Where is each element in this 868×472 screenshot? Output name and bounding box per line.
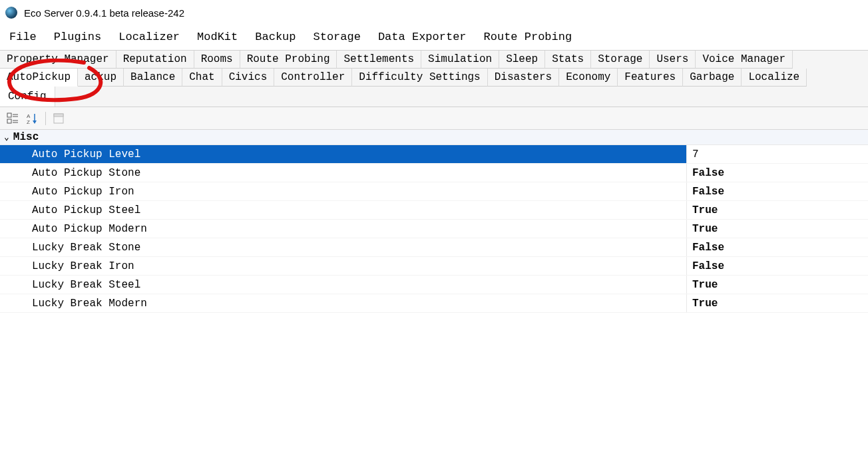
svg-rect-11 [54, 114, 63, 117]
tab[interactable]: AutoPickup [0, 69, 78, 87]
property-value[interactable]: True [687, 201, 868, 219]
tab[interactable]: Rooms [194, 51, 240, 69]
tab[interactable]: Chat [182, 69, 222, 87]
svg-marker-9 [33, 120, 37, 124]
tab[interactable]: Balance [124, 69, 182, 87]
subtab-config[interactable]: Config [0, 87, 55, 107]
property-value[interactable]: True [687, 294, 868, 312]
property-value[interactable]: True [687, 220, 868, 238]
tab[interactable]: Users [650, 51, 696, 69]
tab[interactable]: Civics [222, 69, 275, 87]
menu-item[interactable]: Backup [255, 31, 296, 43]
property-name: Lucky Break Stone [0, 238, 687, 256]
tab-row-1: Property ManagerReputationRoomsRoute Pro… [0, 50, 868, 69]
tab[interactable]: Voice Manager [696, 51, 793, 69]
property-value[interactable]: False [687, 164, 868, 182]
menu-item[interactable]: Route Probing [484, 31, 572, 43]
property-name: Lucky Break Steel [0, 276, 687, 294]
property-row[interactable]: Lucky Break ModernTrue [0, 294, 868, 313]
menu-item[interactable]: ModKit [197, 31, 238, 43]
tab[interactable]: Property Manager [0, 51, 116, 69]
tab[interactable]: Controller [274, 69, 352, 87]
categorized-view-icon[interactable] [5, 111, 20, 126]
property-name: Auto Pickup Steel [0, 201, 687, 219]
property-row[interactable]: Auto Pickup SteelTrue [0, 201, 868, 220]
svg-rect-0 [7, 113, 11, 117]
property-value[interactable]: False [687, 182, 868, 200]
tab[interactable]: Route Probing [240, 51, 337, 69]
tab[interactable]: Features [618, 69, 683, 87]
property-row[interactable]: Auto Pickup StoneFalse [0, 164, 868, 182]
property-row[interactable]: Auto Pickup IronFalse [0, 182, 868, 201]
svg-rect-1 [7, 119, 11, 123]
property-row[interactable]: Lucky Break IronFalse [0, 257, 868, 276]
property-name: Lucky Break Modern [0, 294, 687, 312]
tab[interactable]: Garbage [683, 69, 742, 87]
property-name: Lucky Break Iron [0, 257, 687, 275]
tab[interactable]: Difficulty Settings [352, 69, 487, 87]
menubar: FilePluginsLocalizerModKitBackupStorageD… [0, 25, 868, 50]
property-name: Auto Pickup Stone [0, 164, 687, 182]
alphabetical-view-icon[interactable]: A Z [25, 111, 40, 126]
property-row[interactable]: Auto Pickup Level7 [0, 145, 868, 164]
property-value[interactable]: False [687, 238, 868, 256]
property-name: Auto Pickup Iron [0, 182, 687, 200]
property-name: Auto Pickup Level [0, 145, 687, 163]
window-titlebar: Eco Server 0.9.4.1 beta release-242 [0, 0, 868, 25]
tab[interactable]: Stats [545, 51, 591, 69]
menu-item[interactable]: Localizer [118, 31, 180, 43]
tab[interactable]: ackup [78, 69, 124, 87]
property-grid: ⌄ Misc Auto Pickup Level7Auto Pickup Sto… [0, 130, 868, 313]
tab[interactable]: Storage [591, 51, 650, 69]
property-row[interactable]: Auto Pickup ModernTrue [0, 220, 868, 238]
chevron-down-icon: ⌄ [4, 132, 9, 142]
tab[interactable]: Simulation [421, 51, 499, 69]
menu-item[interactable]: Plugins [54, 31, 101, 43]
svg-text:Z: Z [27, 119, 30, 124]
tab[interactable]: Sleep [499, 51, 545, 69]
svg-text:A: A [27, 113, 31, 119]
app-icon [5, 7, 17, 19]
window-title: Eco Server 0.9.4.1 beta release-242 [24, 7, 184, 19]
category-label: Misc [13, 131, 39, 143]
property-row[interactable]: Lucky Break StoneFalse [0, 238, 868, 257]
tab[interactable]: Disasters [488, 69, 559, 87]
property-value[interactable]: False [687, 257, 868, 275]
property-row[interactable]: Lucky Break SteelTrue [0, 276, 868, 294]
tab[interactable]: Reputation [116, 51, 194, 69]
property-pages-icon[interactable] [51, 111, 66, 126]
propertygrid-toolbar: A Z [0, 107, 868, 130]
tab[interactable]: Settlements [337, 51, 421, 69]
menu-item[interactable]: File [9, 31, 37, 43]
menu-item[interactable]: Data Exporter [378, 31, 467, 43]
tab[interactable]: Localize [742, 69, 807, 87]
tab[interactable]: Economy [559, 69, 618, 87]
category-header[interactable]: ⌄ Misc [0, 130, 868, 145]
property-value[interactable]: True [687, 276, 868, 294]
property-name: Auto Pickup Modern [0, 220, 687, 238]
tab-row-2: AutoPickupackupBalanceChatCivicsControll… [0, 69, 868, 87]
subtab-row: Config [0, 87, 868, 107]
menu-item[interactable]: Storage [314, 31, 361, 43]
property-value[interactable]: 7 [687, 145, 868, 163]
